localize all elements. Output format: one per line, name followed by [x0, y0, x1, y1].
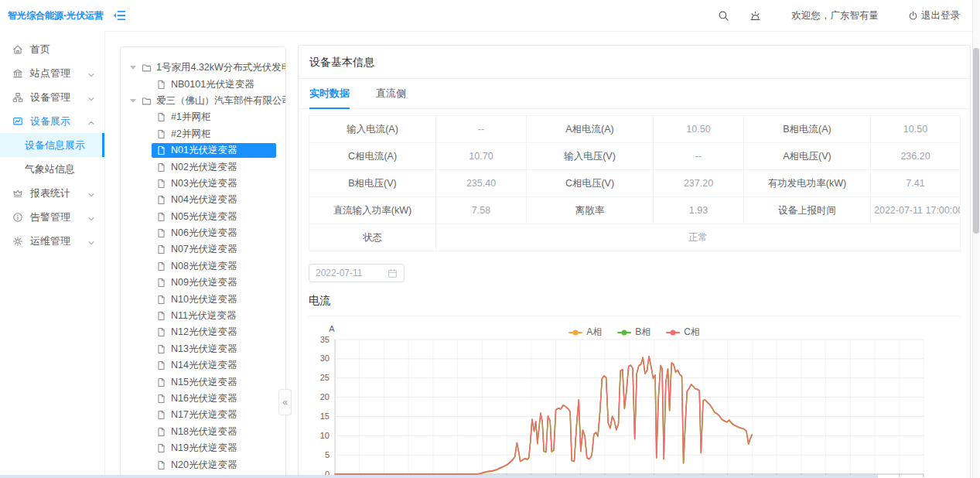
bottom-edge-strip	[0, 475, 878, 478]
tree-file-node[interactable]: N19光伏逆变器	[121, 440, 285, 456]
file-icon	[156, 460, 166, 470]
field-value: 10.70	[436, 143, 527, 170]
series-B相	[335, 357, 752, 474]
tree-file-node[interactable]: N15光伏逆变器	[121, 374, 285, 390]
file-icon	[156, 129, 166, 139]
tree-file-item[interactable]: N10光伏逆变器	[152, 292, 276, 307]
device-data-table: 输入电流(A)--A相电流(A)10.50B相电流(A)10.50C相电流(A)…	[309, 115, 961, 251]
tree-file-item[interactable]: N15光伏逆变器	[152, 375, 276, 390]
file-icon	[156, 427, 166, 437]
tree-folder-node[interactable]: 爱三（佛山）汽车部件有限公司光伏发	[121, 93, 285, 109]
field-value: 正常	[436, 224, 961, 251]
tree-file-node[interactable]: N07光伏逆变器	[121, 241, 285, 258]
sidebar-subitem-device-info-display[interactable]: 设备信息展示	[0, 133, 104, 157]
field-value: 2022-07-11 17:00:00	[871, 197, 961, 224]
chart-canvas: 0510152025303500:0001:0002:0003:0004:000…	[309, 326, 960, 478]
sidebar-item-ops-management[interactable]: 运维管理	[0, 229, 104, 253]
tab-bar: 实时数据 直流侧	[299, 79, 970, 109]
tree-file-item[interactable]: N19光伏逆变器	[152, 441, 276, 456]
tree-file-item[interactable]: N04光伏逆变器	[152, 193, 276, 207]
tree-file-item[interactable]: N08光伏逆变器	[152, 259, 276, 274]
tree-file-node[interactable]: N03光伏逆变器	[121, 176, 285, 192]
tree-file-node[interactable]: N11光伏逆变器	[121, 308, 285, 324]
tree-file-node[interactable]: N12光伏逆变器	[121, 324, 285, 340]
file-icon	[156, 311, 166, 321]
tree-file-node[interactable]: N09光伏逆变器	[121, 275, 285, 291]
tree-file-node[interactable]: NB0101光伏逆变器	[121, 76, 285, 92]
sidebar-menu: 首页站点管理设备管理设备展示设备信息展示气象站信息报表统计告警管理运维管理	[0, 31, 104, 253]
legend-marker	[569, 332, 582, 333]
tree-file-item[interactable]: N06光伏逆变器	[152, 226, 276, 241]
tree-file-item[interactable]: N09光伏逆变器	[152, 275, 276, 290]
svg-text:15: 15	[320, 411, 330, 421]
sidebar-item-report-statistics[interactable]: 报表统计	[0, 181, 104, 205]
tree-collapse-handle[interactable]: «	[278, 389, 292, 415]
alarm-icon[interactable]	[750, 10, 761, 22]
file-icon	[156, 377, 166, 388]
tree-file-item[interactable]: NB0101光伏逆变器	[152, 77, 276, 92]
tree-file-item[interactable]: N05光伏逆变器	[152, 210, 276, 224]
tab-realtime-data[interactable]: 实时数据	[309, 79, 350, 108]
chevron-up-icon	[87, 118, 95, 125]
sidebar-item-home[interactable]: 首页	[0, 37, 104, 61]
tree-file-item[interactable]: N02光伏逆变器	[152, 160, 276, 175]
sidebar-item-site-management[interactable]: 站点管理	[0, 61, 104, 85]
logout-label: 退出登录	[921, 9, 960, 22]
tree-file-node[interactable]: N05光伏逆变器	[121, 209, 285, 225]
search-icon[interactable]	[718, 10, 729, 22]
file-icon	[156, 410, 166, 420]
tree-file-node[interactable]: N02光伏逆变器	[121, 159, 285, 175]
tree-file-item[interactable]: N16光伏逆变器	[152, 391, 276, 406]
home-icon	[12, 44, 23, 55]
sidebar-item-alarm-management[interactable]: 告警管理	[0, 205, 104, 229]
sidebar-item-device-management[interactable]: 设备管理	[0, 85, 104, 109]
tree-file-item[interactable]: N03光伏逆变器	[152, 176, 276, 191]
tree-folder-node[interactable]: 1号家用4.32kW分布式光伏发电站	[121, 60, 285, 76]
tree-file-item[interactable]: N01光伏逆变器	[152, 143, 276, 158]
tree-file-item[interactable]: N12光伏逆变器	[152, 325, 276, 340]
tree-file-item[interactable]: N14光伏逆变器	[152, 358, 276, 373]
caret-down-icon[interactable]	[130, 66, 136, 70]
tree-file-node[interactable]: #2并网柜	[121, 126, 285, 142]
sidebar-subitem-weather-station-info[interactable]: 气象站信息	[0, 157, 104, 181]
tree-file-item[interactable]: N07光伏逆变器	[152, 242, 276, 257]
tree-file-node[interactable]: #1并网柜	[121, 109, 285, 125]
tree-file-item[interactable]: N13光伏逆变器	[152, 342, 276, 357]
tree-file-node[interactable]: N16光伏逆变器	[121, 391, 285, 407]
tree-file-node[interactable]: N14光伏逆变器	[121, 357, 285, 374]
tree-file-node[interactable]: N01光伏逆变器	[121, 142, 285, 159]
sidebar-item-device-display[interactable]: 设备展示	[0, 109, 104, 133]
svg-text:30: 30	[320, 353, 330, 363]
chevron-down-icon	[87, 189, 95, 197]
caret-down-icon[interactable]	[130, 99, 136, 103]
date-picker[interactable]: 2022-07-11	[309, 264, 405, 282]
tree-file-node[interactable]: N06光伏逆变器	[121, 225, 285, 241]
tree-file-node[interactable]: N20光伏逆变器	[121, 456, 285, 473]
tree-file-item[interactable]: N17光伏逆变器	[152, 408, 276, 422]
tab-dc-side[interactable]: 直流侧	[376, 79, 406, 108]
scrollbar-track[interactable]	[972, 0, 980, 478]
tree-file-node[interactable]: N04光伏逆变器	[121, 192, 285, 208]
file-icon	[156, 80, 166, 90]
tree-file-item[interactable]: N18光伏逆变器	[152, 425, 276, 439]
tree-file-node[interactable]: N10光伏逆变器	[121, 291, 285, 307]
folder-icon	[142, 63, 152, 73]
legend-item-B相[interactable]: B相	[617, 326, 650, 339]
chevron-down-icon	[87, 70, 95, 77]
field-label: 离散率	[527, 197, 654, 224]
tree-file-node[interactable]: N17光伏逆变器	[121, 407, 285, 423]
tree-file-node[interactable]: N13光伏逆变器	[121, 341, 285, 357]
legend-item-A相[interactable]: A相	[569, 326, 602, 339]
tree-file-item[interactable]: N20光伏逆变器	[152, 458, 276, 473]
table-row: 状态正常	[309, 224, 961, 251]
legend-item-C相[interactable]: C相	[666, 326, 700, 339]
tree-file-item[interactable]: #1并网柜	[152, 110, 276, 125]
scrollbar-thumb[interactable]	[973, 48, 979, 234]
tree-file-item[interactable]: #2并网柜	[152, 127, 276, 142]
menu-fold-icon[interactable]	[112, 9, 126, 22]
tree-file-node[interactable]: N08光伏逆变器	[121, 258, 285, 275]
tree-file-item[interactable]: N11光伏逆变器	[152, 309, 276, 323]
field-value: 10.50	[654, 116, 744, 143]
logout-button[interactable]: 退出登录	[908, 9, 960, 22]
tree-file-node[interactable]: N18光伏逆变器	[121, 424, 285, 440]
